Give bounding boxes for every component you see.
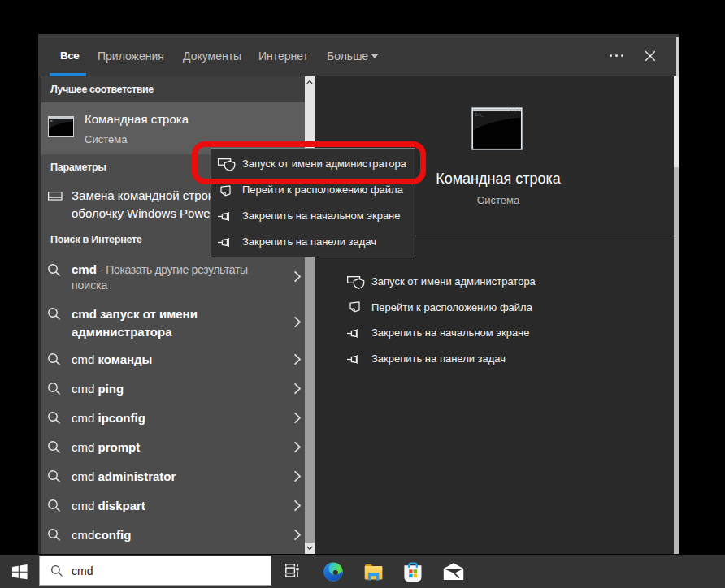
- svg-text:C:\_: C:\_: [475, 113, 484, 117]
